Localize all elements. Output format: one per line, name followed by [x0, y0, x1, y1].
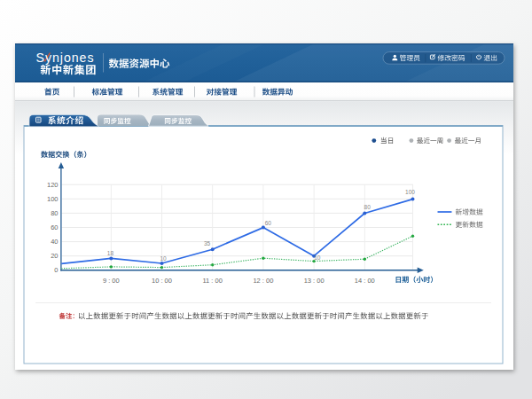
svg-text:100: 100: [405, 189, 415, 195]
svg-text:60: 60: [265, 220, 272, 226]
svg-text:18: 18: [107, 250, 114, 256]
svg-text:14 : 00: 14 : 00: [355, 277, 375, 285]
svg-text:9 : 00: 9 : 00: [103, 277, 120, 285]
svg-text:35: 35: [204, 240, 211, 246]
svg-text:0: 0: [54, 266, 58, 274]
svg-text:13 : 00: 13 : 00: [304, 277, 325, 285]
svg-text:120: 120: [47, 181, 59, 189]
svg-text:12 : 00: 12 : 00: [253, 277, 273, 285]
svg-text:80: 80: [364, 204, 372, 210]
svg-text:20: 20: [51, 252, 58, 260]
svg-text:10 : 00: 10 : 00: [152, 277, 172, 285]
svg-text:60: 60: [51, 223, 58, 231]
svg-text:100: 100: [47, 195, 59, 203]
svg-text:11 : 00: 11 : 00: [203, 277, 223, 285]
svg-text:10: 10: [160, 255, 167, 262]
svg-text:10: 10: [314, 254, 321, 261]
svg-text:80: 80: [51, 209, 58, 217]
svg-text:40: 40: [51, 238, 58, 246]
svg-text:Synjones: Synjones: [36, 51, 95, 65]
